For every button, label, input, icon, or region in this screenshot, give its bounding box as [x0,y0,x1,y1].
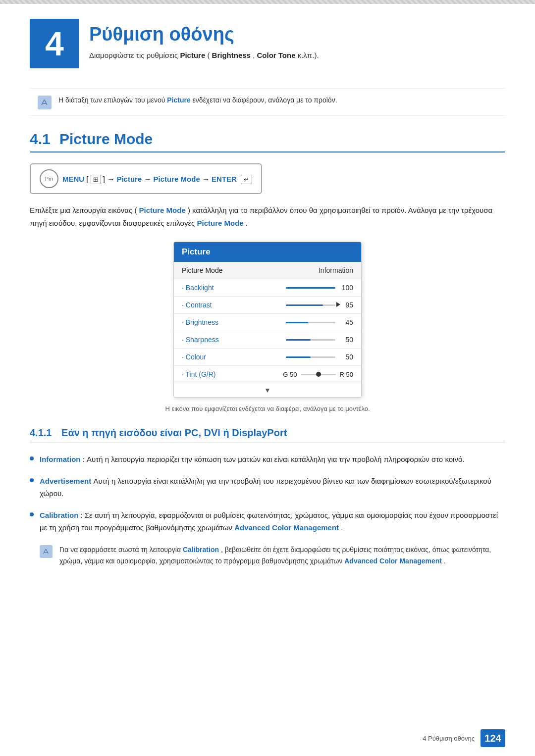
picture-menu: Picture Picture Mode Information · Backl… [173,242,362,398]
chapter-header: 4 Ρύθμιση οθόνης Διαμορφώστε τις ρυθμίσε… [0,4,535,78]
backlight-bar [286,287,335,289]
brightness-bar [286,322,335,323]
picture-menu-header: Picture [174,242,361,262]
note-block-1: Η διάταξη των επιλογών του μενού Picture… [30,88,505,116]
menu-row-colour: · Colour 50 [174,349,361,366]
list-item-information: Information : Αυτή η λειτουργία περιορίζ… [30,453,505,466]
page-number-badge: 124 [481,729,505,747]
list-item-advertisement: Advertisement Αυτή η λειτουργία είναι κα… [30,475,505,500]
menu-row-contrast: · Contrast 95 [174,297,361,314]
page-footer: 4 Ρύθμιση οθόνης 124 [423,729,505,747]
chapter-number: 4 [30,19,79,68]
enter-icon: ↵ [241,175,252,184]
top-decorative-bar [0,0,535,4]
contrast-triangle [336,302,340,307]
figure-caption: Η εικόνα που εμφανίζεται ενδέχεται να δι… [30,405,505,412]
subsection-411-title: 4.1.1 Εάν η πηγή εισόδου είναι PC, DVI ή… [30,427,505,443]
bullet-dot [30,512,34,516]
menu-icon: Pm [40,169,58,188]
tint-bar [301,374,336,375]
section-41-header: 4.1 Picture Mode [30,131,505,152]
chapter-subtitle: Διαμορφώστε τις ρυθμίσεις Picture ( Brig… [89,50,319,61]
sharpness-bar [286,339,335,341]
body-paragraph-1: Επιλέξτε μια λειτουργία εικόνας ( Pictur… [30,204,505,229]
note-icon-1 [38,96,52,109]
footer-chapter-text: 4 Ρύθμιση οθόνης [423,735,475,742]
menu-row-sharpness: · Sharpness 50 [174,331,361,349]
colour-bar [286,356,335,358]
contrast-bar [286,304,335,306]
menu-row-backlight: · Backlight 100 [174,279,361,297]
menu-path-text: MENU [ ⊞ ] → Picture → Picture Mode → EN… [62,175,252,183]
bullet-list: Information : Αυτή η λειτουργία περιορίζ… [30,453,505,534]
chapter-title-area: Ρύθμιση οθόνης Διαμορφώστε τις ρυθμίσεις… [89,19,319,61]
bullet-dot [30,478,34,482]
picture-menu-container: Picture Picture Mode Information · Backl… [30,242,505,398]
inner-note-calibration: Για να εφαρμόσετε σωστά τη λειτουργία Ca… [40,544,505,567]
menu-row-tint: · Tint (G/R) G 50 R 50 [174,366,361,383]
bullet-dot [30,456,34,460]
note-text-1: Η διάταξη των επιλογών του μενού Picture… [58,95,337,105]
grid-icon: ⊞ [91,175,101,184]
inner-note-icon [40,545,53,558]
menu-row-brightness: · Brightness 45 [174,314,361,331]
menu-row-picture-mode: Picture Mode Information [174,262,361,279]
list-item-calibration: Calibration : Σε αυτή τη λειτουργία, εφα… [30,509,505,534]
inner-note-text: Για να εφαρμόσετε σωστά τη λειτουργία Ca… [59,544,505,567]
menu-path-box: Pm MENU [ ⊞ ] → Picture → Picture Mode →… [30,163,262,194]
chapter-title: Ρύθμιση οθόνης [89,24,319,45]
menu-scroll-down: ▼ [174,383,361,397]
